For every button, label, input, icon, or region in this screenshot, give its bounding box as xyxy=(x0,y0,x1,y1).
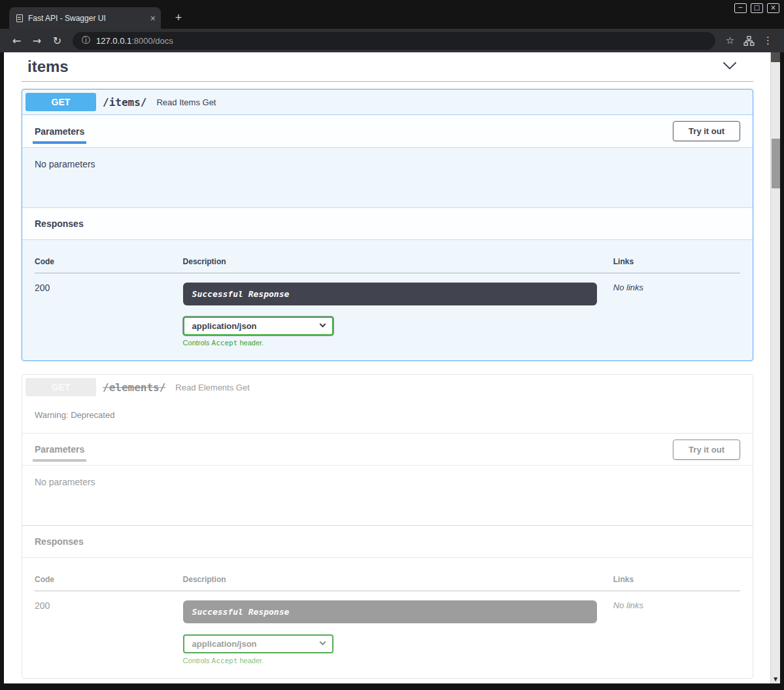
window-frame-bottom xyxy=(0,683,784,690)
responses-header: Responses xyxy=(22,207,753,240)
links-header: Links xyxy=(613,257,740,273)
tab-strip: Fast API - Swagger UI × + − □ × xyxy=(0,0,784,29)
close-button[interactable]: × xyxy=(767,3,779,13)
opblock-summary[interactable]: GET /elements/ Read Elements Get xyxy=(22,375,753,400)
accept-note-prefix: Controls xyxy=(183,339,212,347)
parameters-header: Parameters Try it out xyxy=(22,115,753,148)
responses-body: Code Description Links 200 Successful Re… xyxy=(22,240,753,360)
response-links: No links xyxy=(613,273,740,348)
response-code: 200 xyxy=(35,273,183,348)
code-header: Code xyxy=(35,257,183,273)
media-type-value: application/json xyxy=(192,321,257,331)
url-path: :8000/docs xyxy=(131,36,173,46)
site-info-icon[interactable]: ⓘ xyxy=(82,35,90,46)
response-links: No links xyxy=(613,591,740,666)
endpoint-path[interactable]: /items/ xyxy=(103,96,146,109)
accept-note-code: Accept xyxy=(212,339,238,347)
method-badge: GET xyxy=(26,378,96,396)
parameters-header: Parameters Try it out xyxy=(22,433,753,466)
response-description: Successful Response xyxy=(183,283,597,305)
opblock-get-items: GET /items/ Read Items Get Parameters Tr… xyxy=(22,89,753,361)
response-row: 200 Successful Response application/json… xyxy=(35,273,740,348)
accept-note-suffix: header. xyxy=(237,339,264,347)
browser-toolbar: ← → ↻ ⓘ 127.0.0.1 :8000/docs ☆ ⋮ xyxy=(0,29,784,52)
address-bar[interactable]: ⓘ 127.0.0.1 :8000/docs xyxy=(73,32,715,50)
response-code: 200 xyxy=(35,591,183,666)
scroll-down-icon[interactable]: ▼ xyxy=(771,676,780,682)
scroll-up-button[interactable] xyxy=(771,52,780,62)
response-row: 200 Successful Response application/json… xyxy=(35,591,740,666)
accept-note-prefix: Controls xyxy=(183,657,212,664)
opblock-get-elements-deprecated: GET /elements/ Read Elements Get Warning… xyxy=(22,374,753,679)
tag-title: items xyxy=(27,58,69,76)
forward-button[interactable]: → xyxy=(27,35,47,47)
try-it-out-button[interactable]: Try it out xyxy=(673,440,740,460)
chevron-down-icon xyxy=(319,321,326,328)
parameters-tab: Parameters xyxy=(35,444,84,455)
scrollbar-thumb[interactable] xyxy=(772,139,780,188)
responses-table: Code Description Links 200 Successful Re… xyxy=(35,575,740,665)
try-it-out-button[interactable]: Try it out xyxy=(673,121,740,141)
description-header: Description xyxy=(183,575,613,591)
responses-body: Code Description Links 200 Successful Re… xyxy=(22,558,753,678)
description-cell: Successful Response application/json Con… xyxy=(183,591,613,666)
endpoint-summary: Read Elements Get xyxy=(175,383,249,392)
description-header: Description xyxy=(183,257,613,273)
opblock-summary[interactable]: GET /items/ Read Items Get xyxy=(22,90,753,115)
sitemap-icon[interactable] xyxy=(740,35,758,46)
tag-section-header[interactable]: items xyxy=(22,56,753,82)
accept-note-code: Accept xyxy=(212,657,238,665)
accept-note: Controls Accept header. xyxy=(183,657,613,665)
new-tab-button[interactable]: + xyxy=(170,10,187,27)
responses-header: Responses xyxy=(22,525,753,558)
accept-note-suffix: header. xyxy=(237,657,264,664)
accept-note: Controls Accept header. xyxy=(183,339,613,347)
media-type-select[interactable]: application/json xyxy=(183,634,333,653)
back-button[interactable]: ← xyxy=(7,35,27,47)
links-header: Links xyxy=(613,575,740,591)
tab-title: Fast API - Swagger UI xyxy=(28,14,146,23)
response-description: Successful Response xyxy=(183,600,597,623)
maximize-button[interactable]: □ xyxy=(751,3,763,13)
no-parameters-text: No parameters xyxy=(22,466,753,525)
no-parameters-text: No parameters xyxy=(22,148,753,207)
method-badge: GET xyxy=(26,93,96,111)
responses-title: Responses xyxy=(35,536,84,547)
window-controls: − □ × xyxy=(734,3,779,13)
page-icon xyxy=(16,14,23,22)
bookmark-star-icon[interactable]: ☆ xyxy=(721,35,740,46)
responses-title: Responses xyxy=(35,218,84,229)
minimize-button[interactable]: − xyxy=(734,3,747,13)
media-type-select[interactable]: application/json xyxy=(183,317,333,336)
endpoint-summary: Read Items Get xyxy=(156,97,216,107)
parameters-tab: Parameters xyxy=(35,126,84,137)
chevron-down-icon[interactable] xyxy=(723,61,737,73)
deprecated-warning: Warning: Deprecated xyxy=(22,400,753,433)
tab-close-icon[interactable]: × xyxy=(150,14,156,23)
media-type-value: application/json xyxy=(192,639,257,649)
chevron-down-icon xyxy=(319,639,326,646)
browser-window: Fast API - Swagger UI × + − □ × ← → ↻ ⓘ … xyxy=(0,0,784,690)
menu-kebab-icon[interactable]: ⋮ xyxy=(758,35,777,46)
swagger-content: items GET /items/ Read Items Get Paramet… xyxy=(4,52,770,683)
responses-table: Code Description Links 200 Successful Re… xyxy=(35,257,740,347)
browser-tab[interactable]: Fast API - Swagger UI × xyxy=(9,7,161,29)
page-viewport: items GET /items/ Read Items Get Paramet… xyxy=(4,52,780,683)
reload-button[interactable]: ↻ xyxy=(47,35,67,47)
endpoint-path[interactable]: /elements/ xyxy=(103,381,165,394)
url-host: 127.0.0.1 xyxy=(96,36,131,46)
code-header: Code xyxy=(35,575,183,591)
description-cell: Successful Response application/json Con… xyxy=(183,273,613,348)
scrollbar[interactable]: ▼ xyxy=(770,52,780,683)
